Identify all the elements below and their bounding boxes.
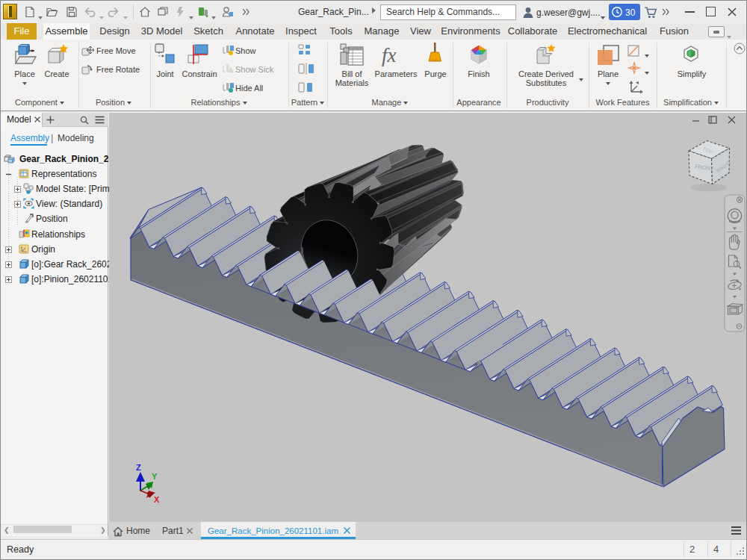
svg-text:X: X (154, 495, 160, 504)
svg-text:30: 30 (625, 7, 636, 18)
svg-text:Z: Z (136, 463, 141, 472)
svg-text:Y: Y (152, 472, 158, 481)
